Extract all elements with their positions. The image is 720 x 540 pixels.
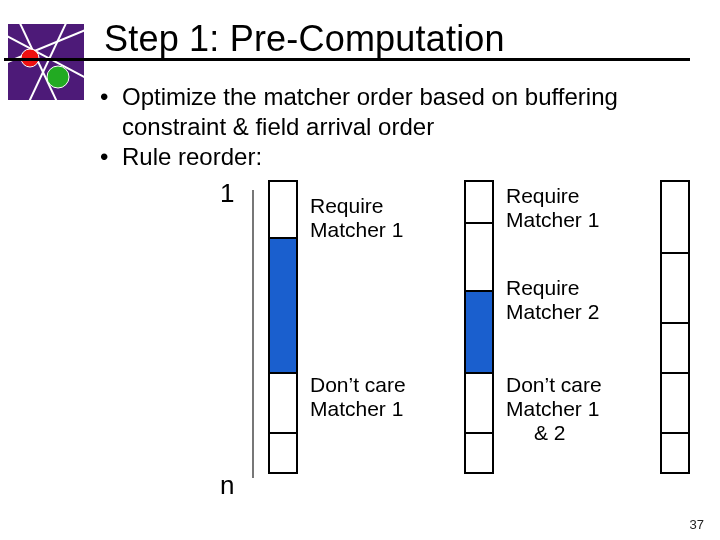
bullet-dot: • bbox=[100, 82, 122, 142]
column-3 bbox=[660, 180, 690, 474]
column-1 bbox=[268, 180, 298, 474]
label-dontcare-matcher1: Don’t care Matcher 1 bbox=[310, 373, 406, 421]
slide-title: Step 1: Pre-Computation bbox=[104, 18, 680, 60]
column-2-fill bbox=[466, 290, 492, 372]
column-1-fill bbox=[270, 237, 296, 372]
axis-line bbox=[252, 190, 254, 478]
page-number: 37 bbox=[690, 517, 704, 532]
bullet-text: Rule reorder: bbox=[122, 142, 262, 172]
logo-graphic bbox=[8, 24, 84, 100]
label-require-matcher1: Require Matcher 1 bbox=[310, 194, 403, 242]
bullet-text: Optimize the matcher order based on buff… bbox=[122, 82, 690, 142]
label-require-matcher1-r: Require Matcher 1 bbox=[506, 184, 599, 232]
slide-logo bbox=[8, 24, 84, 100]
bullet-item: • Rule reorder: bbox=[100, 142, 690, 172]
column-2 bbox=[464, 180, 494, 474]
label-require-matcher2: Require Matcher 2 bbox=[506, 276, 599, 324]
bullet-item: • Optimize the matcher order based on bu… bbox=[100, 82, 690, 142]
bullet-dot: • bbox=[100, 142, 122, 172]
label-dontcare-matcher12: Don’t care Matcher 1 & 2 bbox=[506, 373, 602, 445]
bullet-list: • Optimize the matcher order based on bu… bbox=[100, 82, 690, 172]
title-underline bbox=[4, 58, 690, 61]
diagram-area: 1 n Require Matcher 1 Don’t care Matcher… bbox=[220, 178, 700, 520]
axis-bottom-label: n bbox=[220, 470, 234, 501]
axis-top-label: 1 bbox=[220, 178, 234, 209]
svg-point-6 bbox=[47, 66, 69, 88]
